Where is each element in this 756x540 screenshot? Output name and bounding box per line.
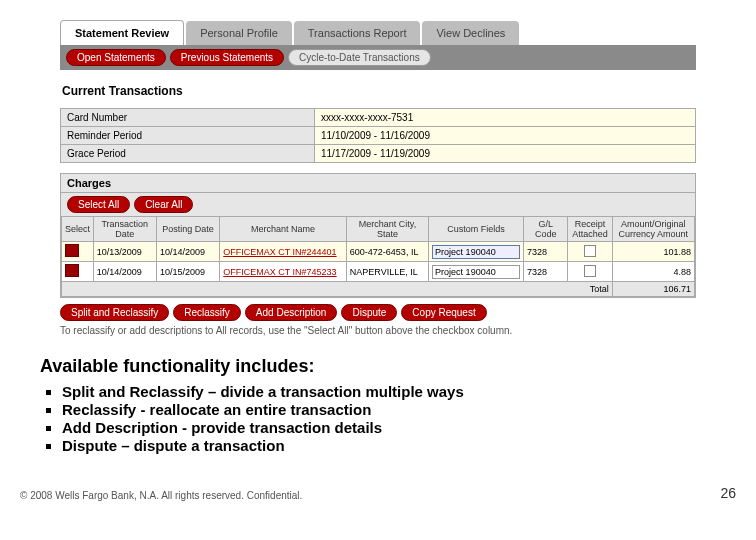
cell-city: NAPERVILLE, IL [346,262,428,282]
tab-transactions-report[interactable]: Transactions Report [294,21,421,45]
tab-statement-review[interactable]: Statement Review [60,20,184,45]
tab-view-declines[interactable]: View Declines [422,21,519,45]
account-info-table: Card Numberxxxx-xxxx-xxxx-7531 Reminder … [60,108,696,163]
add-description-button[interactable]: Add Description [245,304,338,321]
functionality-section: Available functionality includes: Split … [0,336,756,454]
cell-post-date: 10/15/2009 [156,262,219,282]
total-label: Total [62,282,613,297]
cell-amount: 101.88 [612,242,694,262]
col-custom: Custom Fields [429,217,524,242]
card-number-label: Card Number [61,109,315,127]
clear-all-button[interactable]: Clear All [134,196,193,213]
func-bullet: Dispute – dispute a transaction [62,437,731,454]
col-merchant: Merchant Name [220,217,347,242]
func-bullet: Reclassify - reallocate an entire transa… [62,401,731,418]
col-city: Merchant City, State [346,217,428,242]
col-trans-date: Transaction Date [93,217,156,242]
merchant-link[interactable]: OFFICEMAX CT IN#745233 [223,267,336,277]
copy-request-button[interactable]: Copy Request [401,304,486,321]
row-checkbox[interactable] [65,244,79,257]
card-number-value: xxxx-xxxx-xxxx-7531 [315,109,696,127]
charges-grid: Select Transaction Date Posting Date Mer… [61,216,695,297]
reminder-period-label: Reminder Period [61,127,315,145]
split-reclassify-button[interactable]: Split and Reclassify [60,304,169,321]
page-title: Current Transactions [62,84,696,98]
custom-field-input[interactable] [432,245,520,259]
subtab-previous-statements[interactable]: Previous Statements [170,49,284,66]
dispute-button[interactable]: Dispute [341,304,397,321]
charges-title: Charges [67,177,111,189]
charges-section: Charges Select All Clear All Select Tran… [60,173,696,298]
row-checkbox[interactable] [65,264,79,277]
charges-header: Charges [61,174,695,192]
grace-period-value: 11/17/2009 - 11/19/2009 [315,145,696,163]
cell-trans-date: 10/14/2009 [93,262,156,282]
custom-field-input[interactable] [432,265,520,279]
cell-gl: 7328 [524,262,568,282]
subtab-cycle-to-date[interactable]: Cycle-to-Date Transactions [288,49,431,66]
func-bullet: Split and Reclassify – divide a transact… [62,383,731,400]
table-row: 10/13/2009 10/14/2009 OFFICEMAX CT IN#24… [62,242,695,262]
footer: © 2008 Wells Fargo Bank, N.A. All rights… [0,455,756,509]
table-row: 10/14/2009 10/15/2009 OFFICEMAX CT IN#74… [62,262,695,282]
cell-post-date: 10/14/2009 [156,242,219,262]
merchant-link[interactable]: OFFICEMAX CT IN#244401 [223,247,336,257]
cell-gl: 7328 [524,242,568,262]
receipt-checkbox[interactable] [584,245,596,257]
main-tabs: Statement Review Personal Profile Transa… [60,20,696,45]
hint-text: To reclassify or add descriptions to All… [60,325,696,336]
reminder-period-value: 11/10/2009 - 11/16/2009 [315,127,696,145]
reclassify-button[interactable]: Reclassify [173,304,241,321]
tab-personal-profile[interactable]: Personal Profile [186,21,292,45]
select-all-button[interactable]: Select All [67,196,130,213]
col-select: Select [62,217,94,242]
total-value: 106.71 [612,282,694,297]
col-amount: Amount/Original Currency Amount [612,217,694,242]
total-row: Total 106.71 [62,282,695,297]
col-gl: G/L Code [524,217,568,242]
sub-tabs: Open Statements Previous Statements Cycl… [60,45,696,70]
cell-amount: 4.88 [612,262,694,282]
cell-city: 600-472-6453, IL [346,242,428,262]
receipt-checkbox[interactable] [584,265,596,277]
func-bullet: Add Description - provide transaction de… [62,419,731,436]
copyright-text: © 2008 Wells Fargo Bank, N.A. All rights… [20,490,302,501]
col-receipt: Receipt Attached [568,217,612,242]
grace-period-label: Grace Period [61,145,315,163]
action-bar: Split and Reclassify Reclassify Add Desc… [60,304,696,321]
cell-trans-date: 10/13/2009 [93,242,156,262]
functionality-heading: Available functionality includes: [40,356,731,377]
col-post-date: Posting Date [156,217,219,242]
subtab-open-statements[interactable]: Open Statements [66,49,166,66]
page-number: 26 [720,485,736,501]
